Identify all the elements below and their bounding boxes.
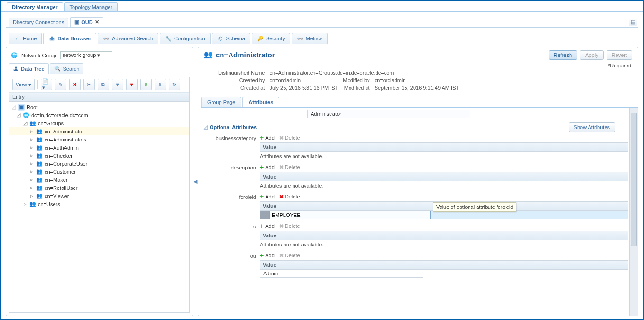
- nav-schema[interactable]: ⌬Schema: [212, 33, 250, 44]
- value-input-fcroleid[interactable]: [269, 211, 431, 219]
- expand-toggle[interactable]: ▹: [23, 201, 28, 207]
- root-icon: ▣: [18, 104, 25, 111]
- plus-icon: +: [260, 222, 264, 230]
- tab-search[interactable]: 🔍Search: [50, 63, 84, 74]
- tab-directory-manager[interactable]: Directory Manager: [7, 2, 63, 11]
- delete-button[interactable]: ✖: [69, 79, 81, 90]
- tab-topology-manager[interactable]: Topology Manager: [64, 2, 118, 11]
- copy-button[interactable]: ⧉: [98, 79, 109, 90]
- refresh-button[interactable]: ↻: [169, 79, 180, 90]
- nav-home[interactable]: ⌂Home: [9, 33, 42, 44]
- add-button[interactable]: +Add: [260, 163, 275, 171]
- attr-label-businesscategory: businesscategory: [203, 133, 260, 141]
- nav-configuration[interactable]: 🔧Configuration: [160, 33, 210, 44]
- network-group-label: Network Group: [21, 53, 56, 58]
- attr-label-ou: ou: [203, 251, 260, 259]
- expand-toggle[interactable]: ▹: [29, 177, 34, 183]
- import-button[interactable]: ⇩: [140, 79, 152, 90]
- add-button[interactable]: +Add: [260, 252, 275, 259]
- users-icon: 👥: [29, 201, 36, 207]
- scrollbar[interactable]: [629, 108, 638, 316]
- tree-node[interactable]: ▹👥cn=Maker: [9, 176, 189, 184]
- tree-node[interactable]: ▹👥cn=Administrator: [9, 127, 189, 135]
- row-handle[interactable]: [260, 211, 269, 219]
- revert-button[interactable]: Revert: [607, 50, 632, 60]
- view-menu[interactable]: View ▾: [12, 79, 35, 90]
- nav-security[interactable]: 🔑Security: [252, 33, 290, 44]
- tree-node-users[interactable]: cn=Users: [38, 201, 60, 207]
- expand-toggle[interactable]: ▹: [29, 136, 34, 142]
- value-na: Attributes are not available.: [260, 181, 628, 190]
- group-icon: 👥: [36, 152, 43, 159]
- directory-tree[interactable]: ◿▣Root ◿🌐dc=in,dc=oracle,dc=com ◿👥cn=Gro…: [9, 102, 189, 312]
- tab-group-page[interactable]: Group Page: [201, 97, 241, 107]
- x-icon: ✖: [279, 164, 284, 170]
- tree-node[interactable]: ▹👥cn=Administrators: [9, 135, 189, 143]
- attr-label-fcroleid: fcroleid: [203, 192, 260, 200]
- export-button[interactable]: ⇧: [155, 79, 166, 90]
- expand-toggle[interactable]: ▹: [29, 193, 34, 199]
- delete-button[interactable]: ✖Delete: [279, 164, 300, 170]
- tree-node-dc[interactable]: dc=in,dc=oracle,dc=com: [31, 113, 88, 118]
- delete-button[interactable]: ✖Delete: [279, 223, 300, 229]
- nav-advanced-search[interactable]: 👓Advanced Search: [98, 33, 158, 44]
- network-group-select[interactable]: network-group ▾: [60, 51, 112, 59]
- scrollbar-thumb[interactable]: [631, 113, 637, 246]
- schema-icon: ⌬: [217, 35, 224, 42]
- nav-data-browser[interactable]: 🖧Data Browser: [43, 33, 96, 44]
- attr-label-o: o: [203, 221, 260, 229]
- tree-node[interactable]: ▹👥cn=Customer: [9, 168, 189, 176]
- tab-data-tree[interactable]: 🖧Data Tree: [9, 63, 49, 74]
- delete-button[interactable]: ✖Delete: [279, 194, 300, 200]
- apply-button[interactable]: Apply: [580, 50, 604, 60]
- value-na: Attributes are not available.: [260, 240, 628, 249]
- expand-toggle[interactable]: ◿: [11, 104, 16, 110]
- tree-node[interactable]: ▹👥cn=CorporateUser: [9, 160, 189, 168]
- refresh-button[interactable]: Refresh: [549, 50, 578, 60]
- expand-toggle[interactable]: ▹: [29, 160, 34, 167]
- tab-directory-connections[interactable]: Directory Connections: [9, 18, 68, 27]
- group-icon: 👥: [36, 144, 43, 151]
- expand-toggle[interactable]: ▹: [29, 144, 34, 151]
- add-button[interactable]: +Add: [260, 193, 275, 200]
- cut-button[interactable]: ✂: [83, 79, 95, 90]
- filter-button[interactable]: ▼: [112, 79, 123, 90]
- expand-toggle[interactable]: ▹: [29, 128, 34, 134]
- delete-button[interactable]: ✖Delete: [279, 253, 300, 259]
- expand-toggle[interactable]: ▹: [29, 169, 34, 175]
- tab-attributes[interactable]: Attributes: [242, 97, 279, 107]
- add-button[interactable]: +Add: [260, 134, 275, 141]
- plus-icon: +: [260, 252, 264, 259]
- tab-oud[interactable]: ▣ OUD ✕: [70, 17, 103, 27]
- tree-node-groups[interactable]: cn=Groups: [38, 121, 64, 126]
- tree-node-root[interactable]: Root: [27, 104, 37, 110]
- edit-button[interactable]: ✎: [55, 79, 66, 90]
- value-na: Attributes are not available.: [260, 152, 628, 160]
- group-icon: 👥: [36, 193, 43, 199]
- tree-node[interactable]: ▹👥cn=Checker: [9, 151, 189, 160]
- splitter[interactable]: ◀: [193, 47, 198, 316]
- tree-node[interactable]: ▹👥cn=AuthAdmin: [9, 143, 189, 151]
- new-entry-button[interactable]: 📄▾: [41, 79, 52, 90]
- expand-toggle[interactable]: ◿: [16, 112, 21, 118]
- globe-icon: 🌐: [11, 52, 18, 58]
- tree-node[interactable]: ▹👥cn=RetailUser: [9, 184, 189, 192]
- add-button[interactable]: +Add: [260, 222, 275, 230]
- expand-toggle[interactable]: ▹: [29, 152, 34, 159]
- expand-toggle[interactable]: ▹: [29, 185, 34, 191]
- value-ou[interactable]: Admin: [260, 270, 423, 278]
- tree-node[interactable]: ▹👥cn=Viewer: [9, 192, 189, 200]
- clear-filter-button[interactable]: ▼: [126, 79, 138, 90]
- disclosure-icon[interactable]: ◿: [204, 124, 208, 130]
- search-icon: 🔍: [54, 66, 61, 72]
- group-icon: 👥: [29, 120, 36, 127]
- group-icon: 👥: [36, 160, 43, 167]
- value-header: Value: [260, 231, 628, 240]
- show-attributes-button[interactable]: Show Attributes: [569, 122, 615, 132]
- nav-metrics[interactable]: 👓Metrics: [292, 33, 328, 44]
- group-icon: 👥: [36, 136, 43, 143]
- tabs-menu-icon[interactable]: ▤: [629, 18, 637, 26]
- delete-button[interactable]: ✖Delete: [279, 135, 300, 141]
- expand-toggle[interactable]: ◿: [23, 120, 28, 126]
- close-icon[interactable]: ✕: [95, 19, 99, 25]
